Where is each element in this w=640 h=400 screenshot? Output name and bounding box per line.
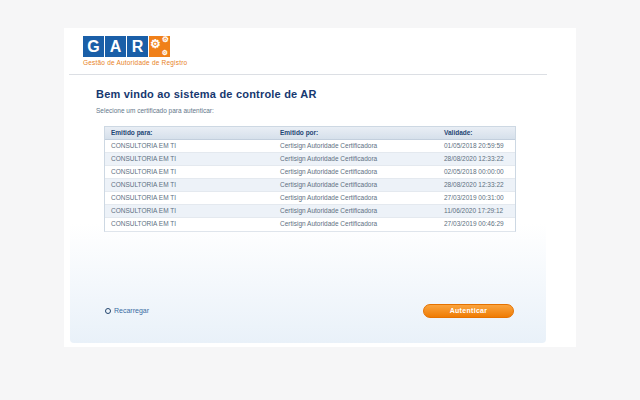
cell-emitido-para: CONSULTORIA EM TI [105, 153, 274, 165]
cell-validade: 01/05/2018 20:59:59 [438, 140, 515, 152]
column-header-emitido-para: Emitido para: [105, 127, 274, 139]
cell-validade: 28/08/2020 12:33:22 [438, 179, 515, 191]
cell-validade: 02/05/2018 00:00:00 [438, 166, 515, 178]
cell-emitido-para: CONSULTORIA EM TI [105, 205, 274, 217]
logo-letter-g: G [83, 36, 104, 57]
cell-emitido-por: Certisign Autoridade Certificadora [274, 192, 438, 204]
cell-emitido-para: CONSULTORIA EM TI [105, 218, 274, 231]
page-background: { "logo": { "letters": ["G", "A", "R"], … [0, 0, 640, 400]
logo-tagline: Gestão de Autoridade de Registro [83, 59, 187, 66]
cell-emitido-por: Certisign Autoridade Certificadora [274, 153, 438, 165]
table-row[interactable]: CONSULTORIA EM TICertisign Autoridade Ce… [105, 218, 515, 231]
cell-emitido-por: Certisign Autoridade Certificadora [274, 205, 438, 217]
content-card: G A R ⚙ ⚙ ⚙ Gestão de Autoridade de Regi… [64, 28, 576, 347]
logo-letter-r: R [127, 36, 148, 57]
gar-logo[interactable]: G A R ⚙ ⚙ ⚙ Gestão de Autoridade de Regi… [83, 36, 187, 66]
logo-gear-box: ⚙ ⚙ ⚙ [149, 36, 170, 57]
cell-emitido-para: CONSULTORIA EM TI [105, 179, 274, 191]
table-row[interactable]: CONSULTORIA EM TICertisign Autoridade Ce… [105, 140, 515, 153]
cell-validade: 27/03/2019 00:46:29 [438, 218, 515, 231]
cell-emitido-para: CONSULTORIA EM TI [105, 192, 274, 204]
table-row[interactable]: CONSULTORIA EM TICertisign Autoridade Ce… [105, 179, 515, 192]
table-header-row: Emitido para: Emitido por: Validade: [105, 127, 515, 140]
table-row[interactable]: CONSULTORIA EM TICertisign Autoridade Ce… [105, 192, 515, 205]
gear-icon: ⚙ [150, 38, 161, 50]
cell-validade: 11/06/2020 17:29:12 [438, 205, 515, 217]
logo-letter-a: A [105, 36, 126, 57]
table-row[interactable]: CONSULTORIA EM TICertisign Autoridade Ce… [105, 153, 515, 166]
cell-validade: 27/03/2019 00:31:00 [438, 192, 515, 204]
reload-label: Recarregar [114, 307, 149, 314]
reload-link[interactable]: Recarregar [105, 307, 149, 314]
cell-emitido-por: Certisign Autoridade Certificadora [274, 218, 438, 231]
page-title: Bem vindo ao sistema de controle de AR [96, 88, 317, 100]
column-header-validade: Validade: [438, 127, 515, 139]
cell-emitido-por: Certisign Autoridade Certificadora [274, 166, 438, 178]
gear-icon: ⚙ [162, 36, 169, 44]
cell-emitido-para: CONSULTORIA EM TI [105, 140, 274, 152]
certificate-table: Emitido para: Emitido por: Validade: CON… [104, 126, 516, 232]
header-divider [69, 74, 547, 75]
cell-validade: 28/08/2020 12:33:22 [438, 153, 515, 165]
table-row[interactable]: CONSULTORIA EM TICertisign Autoridade Ce… [105, 166, 515, 179]
gar-logo-letters: G A R ⚙ ⚙ ⚙ [83, 36, 187, 57]
page-subtitle: Selecione um certificado para autenticar… [96, 107, 214, 114]
cell-emitido-por: Certisign Autoridade Certificadora [274, 179, 438, 191]
cell-emitido-por: Certisign Autoridade Certificadora [274, 140, 438, 152]
refresh-icon [105, 308, 111, 314]
column-header-emitido-por: Emitido por: [274, 127, 438, 139]
table-body: CONSULTORIA EM TICertisign Autoridade Ce… [105, 140, 515, 231]
authenticate-button[interactable]: Autenticar [423, 304, 514, 318]
gear-icon: ⚙ [162, 49, 168, 56]
footer-controls: Recarregar Autenticar [104, 304, 516, 319]
cell-emitido-para: CONSULTORIA EM TI [105, 166, 274, 178]
table-row[interactable]: CONSULTORIA EM TICertisign Autoridade Ce… [105, 205, 515, 218]
